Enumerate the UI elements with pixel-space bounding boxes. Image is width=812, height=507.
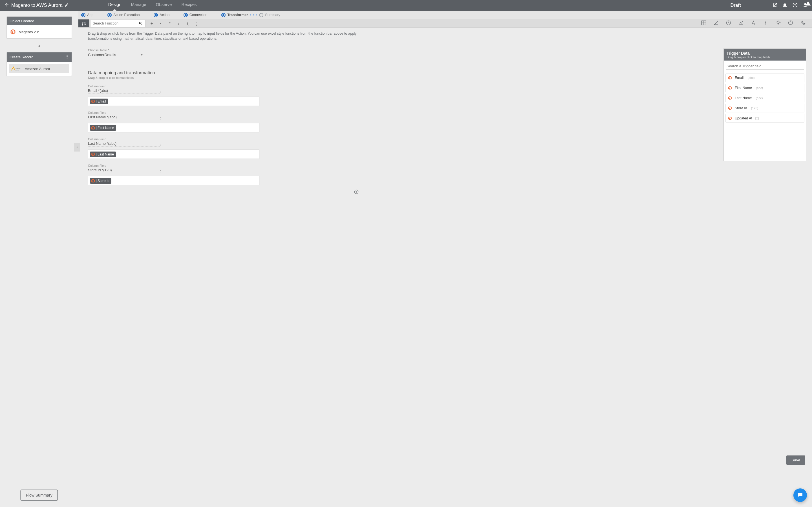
mapping-input[interactable]: Store Id	[88, 176, 259, 185]
trigger-item[interactable]: First Name(abc)	[725, 83, 804, 92]
op-div[interactable]: /	[174, 19, 183, 27]
text-icon[interactable]	[751, 20, 756, 26]
math-grid-icon[interactable]	[701, 20, 707, 26]
trigger-data-panel: Trigger Data Drag & drop or click to map…	[723, 48, 806, 161]
app-label: Amazon Aurora	[25, 67, 50, 71]
magento-icon	[10, 29, 16, 35]
info-icon[interactable]	[763, 20, 769, 26]
field-chip[interactable]: Email	[90, 99, 108, 104]
svg-text:Aurora: Aurora	[15, 69, 19, 71]
stats-icon[interactable]	[738, 20, 744, 26]
svg-point-13	[803, 23, 805, 24]
trigger-subtitle: Drag & drop or click to map fields	[726, 55, 803, 59]
aurora-icon: Amazon Aurora	[11, 66, 22, 71]
magento-icon	[91, 152, 95, 156]
bulb-icon[interactable]	[775, 20, 781, 26]
card-more-icon[interactable]	[65, 55, 69, 59]
trigger-item[interactable]: Updated At	[725, 114, 804, 122]
step-transformer[interactable]: Transformer	[221, 13, 248, 17]
expand-chevron-icon[interactable]	[6, 42, 72, 52]
magento-icon	[91, 100, 95, 103]
field-chip[interactable]: Last Name	[90, 152, 116, 157]
gears-icon[interactable]	[800, 20, 806, 26]
magento-icon	[91, 126, 95, 130]
choose-table-label: Choose Table *	[88, 48, 285, 52]
svg-point-12	[802, 21, 803, 23]
trigger-title: Trigger Data	[726, 51, 803, 55]
magento-icon	[91, 179, 95, 183]
step-summary[interactable]: Summary	[259, 13, 280, 17]
tab-observe[interactable]: Observe	[156, 2, 172, 9]
edit-title-icon[interactable]	[64, 3, 69, 8]
function-search-input[interactable]	[93, 21, 139, 25]
tab-recipes[interactable]: Recipes	[181, 2, 197, 9]
card-title: Object Created	[10, 19, 34, 23]
svg-point-3	[66, 55, 67, 55]
open-external-icon[interactable]	[772, 2, 777, 9]
angle-icon[interactable]	[713, 20, 719, 26]
tab-manage[interactable]: Manage	[131, 2, 146, 9]
magento-icon	[728, 116, 732, 120]
svg-point-5	[66, 57, 67, 58]
magento-icon	[728, 76, 732, 80]
step-action[interactable]: Action	[154, 13, 169, 17]
page-title: Magento to AWS Aurora	[11, 3, 63, 8]
mapping-input[interactable]: Last Name	[88, 150, 259, 159]
mapping-subtitle: Drag & drop or click to map fields	[88, 76, 285, 79]
avatar[interactable]	[802, 2, 808, 9]
mapping-input[interactable]: Email	[88, 97, 259, 106]
app-label: Magento 2.x	[18, 30, 39, 34]
search-icon[interactable]	[139, 21, 143, 25]
mapping-field: Column Field Last Name *(abc) : Last Nam…	[88, 137, 285, 159]
trigger-search-input[interactable]	[726, 63, 804, 69]
clock-icon[interactable]	[726, 20, 731, 26]
field-chip[interactable]: First Name	[90, 125, 116, 131]
fx-badge: ƒx	[79, 19, 89, 27]
card-create-record[interactable]: Create Record Amazon Aurora Amazon Auror…	[6, 52, 72, 76]
trigger-item[interactable]: Last Name(abc)	[725, 94, 804, 102]
flow-summary-button[interactable]: Flow Summary	[20, 490, 58, 501]
function-search[interactable]	[90, 20, 146, 27]
mapping-field: Column Field Store Id *(123) : Store Id	[88, 164, 285, 185]
tab-design[interactable]: Design	[108, 2, 121, 9]
collapse-left-panel[interactable]	[74, 143, 80, 152]
card-title: Create Record	[10, 55, 34, 59]
save-button[interactable]: Save	[786, 455, 805, 465]
helper-text: Drag & drop or click fields from the Tri…	[79, 31, 371, 41]
trigger-item[interactable]: Store Id(123)	[725, 104, 804, 112]
step-action-execution[interactable]: Action Execution	[107, 13, 140, 17]
op-lparen[interactable]: (	[183, 19, 192, 27]
op-rparen[interactable]: )	[192, 19, 201, 27]
choose-table-select[interactable]: CustomerDetails ▼	[88, 52, 143, 58]
card-object-created[interactable]: Object Created Magento 2.x	[6, 16, 72, 39]
step-connection[interactable]: Connection	[184, 13, 207, 17]
calendar-icon	[755, 116, 759, 120]
field-chip[interactable]: Store Id	[90, 178, 111, 184]
bell-icon[interactable]	[782, 2, 788, 9]
op-mult[interactable]: *	[165, 19, 174, 27]
help-icon[interactable]	[792, 2, 798, 9]
svg-point-4	[66, 56, 67, 57]
svg-point-10	[777, 21, 779, 23]
chat-fab[interactable]	[794, 489, 807, 502]
magento-icon	[728, 96, 732, 100]
svg-text:Amazon: Amazon	[15, 68, 20, 69]
mapping-field: Column Field Email *(abc) : Email	[88, 84, 285, 106]
step-app[interactable]: App	[81, 13, 93, 17]
chevron-down-icon: ▼	[140, 53, 143, 56]
mapping-input[interactable]: First Name	[88, 123, 259, 132]
alert-badge-icon	[805, 1, 811, 7]
op-minus[interactable]: -	[156, 19, 165, 27]
trigger-item[interactable]: Email(abc)	[725, 73, 804, 82]
status-badge: Draft	[730, 3, 741, 8]
magento-icon	[728, 86, 732, 90]
op-plus[interactable]: +	[147, 19, 156, 27]
mapping-field: Column Field First Name *(abc) : First N…	[88, 111, 285, 132]
back-arrow[interactable]	[4, 2, 10, 9]
magento-icon	[728, 106, 732, 110]
add-field-button[interactable]	[354, 189, 359, 195]
target-icon[interactable]	[788, 20, 794, 26]
step-tracker: App Action Execution Action Connection T…	[79, 11, 812, 19]
mapping-title: Data mapping and transformation	[88, 70, 285, 75]
